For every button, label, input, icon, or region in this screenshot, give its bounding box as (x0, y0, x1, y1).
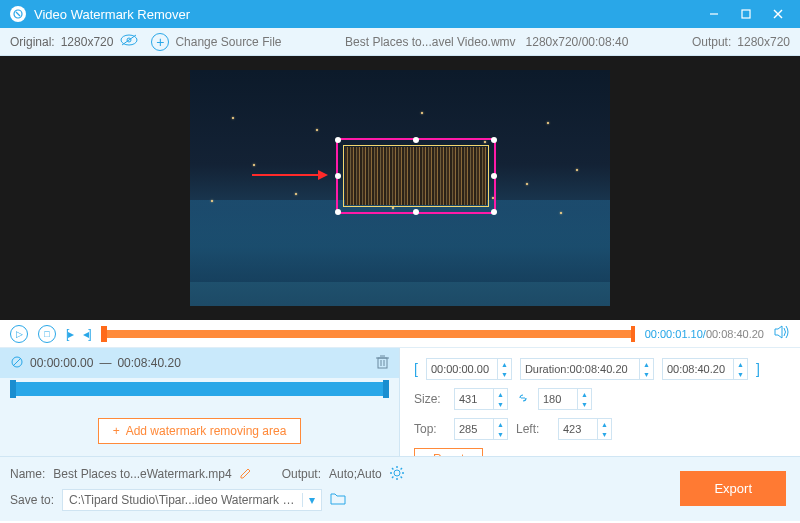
output-format-value: Auto;Auto (329, 467, 382, 481)
height-input[interactable]: ▲▼ (538, 388, 592, 410)
svg-line-23 (392, 468, 393, 469)
file-info: Best Places to...avel Video.wmv 1280x720… (293, 35, 679, 49)
change-source-button[interactable]: + Change Source File (151, 33, 281, 51)
output-format-label: Output: (282, 467, 321, 481)
resize-handle[interactable] (413, 209, 419, 215)
output-resolution: 1280x720 (737, 35, 790, 49)
svg-line-12 (13, 358, 21, 366)
spin-up-icon[interactable]: ▲ (578, 389, 591, 399)
spin-up-icon[interactable]: ▲ (494, 389, 507, 399)
minimize-button[interactable] (698, 0, 730, 28)
app-logo-icon (10, 6, 26, 22)
spin-down-icon[interactable]: ▼ (494, 429, 507, 439)
segment-row[interactable]: 00:00:00.00 — 00:08:40.20 (0, 348, 399, 378)
output-label: Output: (692, 35, 731, 49)
timeline-playhead[interactable] (101, 326, 107, 342)
size-label: Size: (414, 392, 446, 406)
left-input[interactable]: ▲▼ (558, 418, 612, 440)
video-preview[interactable] (0, 56, 800, 320)
play-button[interactable]: ▷ (10, 325, 28, 343)
titlebar: Video Watermark Remover (0, 0, 800, 28)
name-label: Name: (10, 467, 45, 481)
delete-segment-icon[interactable] (376, 355, 389, 372)
left-label: Left: (516, 422, 550, 436)
svg-line-26 (392, 476, 393, 477)
stop-button[interactable]: □ (38, 325, 56, 343)
segment-icon (10, 355, 24, 372)
range-end-bracket-icon: ] (756, 361, 760, 377)
svg-line-24 (400, 476, 401, 477)
resize-handle[interactable] (335, 209, 341, 215)
resize-handle[interactable] (413, 137, 419, 143)
edit-name-icon[interactable] (240, 467, 252, 482)
plus-icon: + (113, 424, 120, 438)
original-resolution: 1280x720 (61, 35, 114, 49)
top-label: Top: (414, 422, 446, 436)
watermark-selection-box[interactable] (336, 138, 496, 214)
spin-up-icon[interactable]: ▲ (494, 419, 507, 429)
svg-point-18 (394, 470, 400, 476)
video-frame (190, 70, 610, 306)
top-input[interactable]: ▲▼ (454, 418, 508, 440)
spin-down-icon[interactable]: ▼ (498, 369, 511, 379)
export-button[interactable]: Export (680, 471, 786, 506)
timeline-slider[interactable] (101, 330, 635, 338)
segment-range-bar[interactable] (10, 382, 389, 396)
resize-handle[interactable] (491, 173, 497, 179)
segment-start: 00:00:00.00 (30, 356, 93, 370)
spin-down-icon[interactable]: ▼ (578, 399, 591, 409)
spin-up-icon[interactable]: ▲ (640, 359, 653, 369)
aspect-lock-icon[interactable] (516, 391, 530, 408)
spin-down-icon[interactable]: ▼ (598, 429, 611, 439)
spin-up-icon[interactable]: ▲ (734, 359, 747, 369)
segments-panel: 00:00:00.00 — 00:08:40.20 + Add watermar… (0, 348, 400, 456)
segment-end: 00:08:40.20 (117, 356, 180, 370)
spin-up-icon[interactable]: ▲ (598, 419, 611, 429)
spin-down-icon[interactable]: ▼ (640, 369, 653, 379)
volume-icon[interactable] (774, 325, 790, 342)
chevron-down-icon[interactable]: ▾ (302, 493, 315, 507)
original-label: Original: (10, 35, 55, 49)
add-watermark-area-button[interactable]: + Add watermark removing area (98, 418, 302, 444)
set-start-button[interactable]: [▸ (66, 327, 73, 341)
preview-toggle-icon[interactable] (119, 33, 139, 50)
timecode-display: 00:00:01.10/00:08:40.20 (645, 328, 764, 340)
save-to-label: Save to: (10, 493, 54, 507)
app-title: Video Watermark Remover (34, 7, 698, 22)
spin-down-icon[interactable]: ▼ (734, 369, 747, 379)
close-button[interactable] (762, 0, 794, 28)
resize-handle[interactable] (335, 137, 341, 143)
svg-rect-2 (742, 10, 750, 18)
spin-up-icon[interactable]: ▲ (498, 359, 511, 369)
selection-inner-border (343, 145, 489, 207)
resize-handle[interactable] (491, 137, 497, 143)
timeline-end-marker[interactable] (631, 326, 635, 342)
end-time-input[interactable]: ▲▼ (662, 358, 748, 380)
toolbar: Original: 1280x720 + Change Source File … (0, 28, 800, 56)
set-end-button[interactable]: ◂] (83, 327, 90, 341)
svg-marker-9 (318, 170, 328, 180)
svg-rect-13 (378, 358, 387, 368)
open-folder-icon[interactable] (330, 492, 346, 508)
properties-panel: [ ▲▼ ▲▼ ▲▼ ] Size: ▲▼ ▲▼ Top: ▲▼ Left: ▲… (400, 348, 800, 456)
width-input[interactable]: ▲▼ (454, 388, 508, 410)
save-path-dropdown[interactable]: C:\Tipard Studio\Tipar...ideo Watermark … (62, 489, 322, 511)
output-name: Best Places to...eWatermark.mp4 (53, 467, 231, 481)
duration-input[interactable]: ▲▼ (520, 358, 654, 380)
spin-down-icon[interactable]: ▼ (494, 399, 507, 409)
svg-line-25 (400, 468, 401, 469)
timeline-range (101, 330, 635, 338)
bottom-bar: Name: Best Places to...eWatermark.mp4 Ou… (0, 456, 800, 521)
range-start-bracket-icon: [ (414, 361, 418, 377)
start-time-input[interactable]: ▲▼ (426, 358, 512, 380)
maximize-button[interactable] (730, 0, 762, 28)
resize-handle[interactable] (335, 173, 341, 179)
svg-marker-10 (775, 326, 782, 338)
annotation-arrow-icon (252, 166, 328, 187)
plus-icon: + (151, 33, 169, 51)
output-settings-icon[interactable] (390, 466, 404, 483)
resize-handle[interactable] (491, 209, 497, 215)
playback-controls: ▷ □ [▸ ◂] 00:00:01.10/00:08:40.20 (0, 320, 800, 348)
